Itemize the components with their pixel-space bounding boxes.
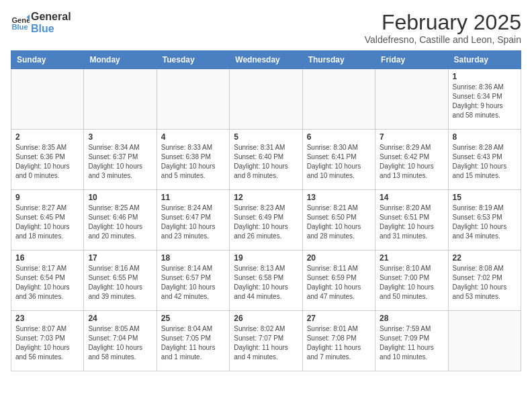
day-info: Sunrise: 8:07 AM Sunset: 7:03 PM Dayligh…	[15, 324, 79, 362]
day-number: 3	[88, 132, 152, 142]
weekday-header-monday: Monday	[84, 51, 157, 69]
calendar-cell: 14Sunrise: 8:20 AM Sunset: 6:51 PM Dayli…	[375, 190, 448, 250]
day-number: 13	[307, 193, 371, 202]
day-info: Sunrise: 8:23 AM Sunset: 6:49 PM Dayligh…	[234, 203, 298, 241]
day-number: 21	[380, 253, 443, 263]
day-info: Sunrise: 8:31 AM Sunset: 6:40 PM Dayligh…	[234, 143, 298, 181]
day-number: 9	[15, 193, 79, 202]
calendar-table: SundayMondayTuesdayWednesdayThursdayFrid…	[11, 50, 521, 371]
day-info: Sunrise: 8:27 AM Sunset: 6:45 PM Dayligh…	[15, 203, 79, 241]
calendar-cell: 12Sunrise: 8:23 AM Sunset: 6:49 PM Dayli…	[230, 190, 302, 250]
calendar-cell: 11Sunrise: 8:24 AM Sunset: 6:47 PM Dayli…	[157, 190, 229, 250]
day-info: Sunrise: 7:59 AM Sunset: 7:09 PM Dayligh…	[380, 324, 443, 362]
day-info: Sunrise: 8:14 AM Sunset: 6:57 PM Dayligh…	[161, 264, 225, 302]
day-number: 16	[15, 253, 79, 263]
calendar-cell	[375, 69, 448, 130]
day-number: 7	[380, 132, 443, 142]
day-info: Sunrise: 8:36 AM Sunset: 6:34 PM Dayligh…	[453, 83, 517, 120]
day-info: Sunrise: 8:33 AM Sunset: 6:38 PM Dayligh…	[161, 143, 225, 181]
calendar-cell: 5Sunrise: 8:31 AM Sunset: 6:40 PM Daylig…	[230, 130, 302, 190]
week-row-2: 2Sunrise: 8:35 AM Sunset: 6:36 PM Daylig…	[11, 130, 521, 190]
day-number: 5	[234, 132, 298, 142]
calendar-cell: 21Sunrise: 8:10 AM Sunset: 7:00 PM Dayli…	[375, 250, 448, 311]
calendar-cell: 9Sunrise: 8:27 AM Sunset: 6:45 PM Daylig…	[11, 190, 84, 250]
day-number: 24	[88, 314, 152, 323]
calendar-cell: 1Sunrise: 8:36 AM Sunset: 6:34 PM Daylig…	[448, 69, 521, 130]
weekday-header-tuesday: Tuesday	[157, 51, 229, 69]
day-number: 23	[15, 314, 79, 323]
day-info: Sunrise: 8:24 AM Sunset: 6:47 PM Dayligh…	[161, 203, 225, 241]
calendar-cell	[448, 311, 521, 371]
day-number: 19	[234, 253, 298, 263]
calendar-cell: 27Sunrise: 8:01 AM Sunset: 7:08 PM Dayli…	[302, 311, 375, 371]
day-info: Sunrise: 8:21 AM Sunset: 6:50 PM Dayligh…	[307, 203, 371, 241]
calendar-cell: 25Sunrise: 8:04 AM Sunset: 7:05 PM Dayli…	[157, 311, 229, 371]
day-number: 28	[380, 314, 443, 323]
weekday-header-saturday: Saturday	[448, 51, 521, 69]
calendar-cell: 20Sunrise: 8:11 AM Sunset: 6:59 PM Dayli…	[302, 250, 375, 311]
day-number: 1	[453, 72, 517, 81]
calendar-cell: 24Sunrise: 8:05 AM Sunset: 7:04 PM Dayli…	[84, 311, 157, 371]
day-info: Sunrise: 8:16 AM Sunset: 6:55 PM Dayligh…	[88, 264, 152, 302]
day-number: 15	[453, 193, 517, 202]
calendar-cell: 8Sunrise: 8:28 AM Sunset: 6:43 PM Daylig…	[448, 130, 521, 190]
day-info: Sunrise: 8:28 AM Sunset: 6:43 PM Dayligh…	[453, 143, 517, 181]
calendar-cell: 19Sunrise: 8:13 AM Sunset: 6:58 PM Dayli…	[230, 250, 302, 311]
svg-text:Blue: Blue	[11, 22, 28, 30]
day-number: 12	[234, 193, 298, 202]
day-number: 4	[161, 132, 225, 142]
day-info: Sunrise: 8:30 AM Sunset: 6:41 PM Dayligh…	[307, 143, 371, 181]
calendar-cell: 3Sunrise: 8:34 AM Sunset: 6:37 PM Daylig…	[84, 130, 157, 190]
day-number: 27	[307, 314, 371, 323]
calendar-cell: 7Sunrise: 8:29 AM Sunset: 6:42 PM Daylig…	[375, 130, 448, 190]
day-number: 11	[161, 193, 225, 202]
calendar-cell: 26Sunrise: 8:02 AM Sunset: 7:07 PM Dayli…	[230, 311, 302, 371]
calendar-cell: 2Sunrise: 8:35 AM Sunset: 6:36 PM Daylig…	[11, 130, 84, 190]
week-row-4: 16Sunrise: 8:17 AM Sunset: 6:54 PM Dayli…	[11, 250, 521, 311]
week-row-3: 9Sunrise: 8:27 AM Sunset: 6:45 PM Daylig…	[11, 190, 521, 250]
logo-text-blue: Blue	[31, 23, 71, 35]
logo-text-general: General	[31, 11, 71, 23]
page-header: General Blue General Blue February 2025 …	[11, 11, 521, 45]
day-info: Sunrise: 8:19 AM Sunset: 6:53 PM Dayligh…	[453, 203, 517, 241]
calendar-cell: 4Sunrise: 8:33 AM Sunset: 6:38 PM Daylig…	[157, 130, 229, 190]
day-info: Sunrise: 8:04 AM Sunset: 7:05 PM Dayligh…	[161, 324, 225, 362]
day-info: Sunrise: 8:35 AM Sunset: 6:36 PM Dayligh…	[15, 143, 79, 181]
day-number: 20	[307, 253, 371, 263]
calendar-cell: 6Sunrise: 8:30 AM Sunset: 6:41 PM Daylig…	[302, 130, 375, 190]
day-number: 10	[88, 193, 152, 202]
week-row-5: 23Sunrise: 8:07 AM Sunset: 7:03 PM Dayli…	[11, 311, 521, 371]
calendar-cell: 23Sunrise: 8:07 AM Sunset: 7:03 PM Dayli…	[11, 311, 84, 371]
day-info: Sunrise: 8:29 AM Sunset: 6:42 PM Dayligh…	[380, 143, 443, 181]
calendar-cell: 10Sunrise: 8:25 AM Sunset: 6:46 PM Dayli…	[84, 190, 157, 250]
day-number: 14	[380, 193, 443, 202]
day-info: Sunrise: 8:20 AM Sunset: 6:51 PM Dayligh…	[380, 203, 443, 241]
day-info: Sunrise: 8:17 AM Sunset: 6:54 PM Dayligh…	[15, 264, 79, 302]
day-info: Sunrise: 8:01 AM Sunset: 7:08 PM Dayligh…	[307, 324, 371, 362]
logo-icon: General Blue	[11, 13, 30, 32]
calendar-cell: 15Sunrise: 8:19 AM Sunset: 6:53 PM Dayli…	[448, 190, 521, 250]
weekday-header-friday: Friday	[375, 51, 448, 69]
calendar-cell: 22Sunrise: 8:08 AM Sunset: 7:02 PM Dayli…	[448, 250, 521, 311]
day-number: 17	[88, 253, 152, 263]
day-info: Sunrise: 8:25 AM Sunset: 6:46 PM Dayligh…	[88, 203, 152, 241]
day-number: 8	[453, 132, 517, 142]
day-number: 22	[453, 253, 517, 263]
day-info: Sunrise: 8:02 AM Sunset: 7:07 PM Dayligh…	[234, 324, 298, 362]
calendar-cell	[11, 69, 84, 130]
calendar-cell: 16Sunrise: 8:17 AM Sunset: 6:54 PM Dayli…	[11, 250, 84, 311]
day-info: Sunrise: 8:13 AM Sunset: 6:58 PM Dayligh…	[234, 264, 298, 302]
day-number: 26	[234, 314, 298, 323]
location-title: Valdefresno, Castille and Leon, Spain	[365, 34, 521, 45]
weekday-header-wednesday: Wednesday	[230, 51, 302, 69]
day-number: 6	[307, 132, 371, 142]
calendar-cell: 18Sunrise: 8:14 AM Sunset: 6:57 PM Dayli…	[157, 250, 229, 311]
day-info: Sunrise: 8:08 AM Sunset: 7:02 PM Dayligh…	[453, 264, 517, 302]
day-number: 2	[15, 132, 79, 142]
calendar-cell: 28Sunrise: 7:59 AM Sunset: 7:09 PM Dayli…	[375, 311, 448, 371]
calendar-cell	[157, 69, 229, 130]
weekday-header-sunday: Sunday	[11, 51, 84, 69]
logo: General Blue General Blue	[11, 11, 71, 34]
calendar-cell	[230, 69, 302, 130]
day-info: Sunrise: 8:34 AM Sunset: 6:37 PM Dayligh…	[88, 143, 152, 181]
